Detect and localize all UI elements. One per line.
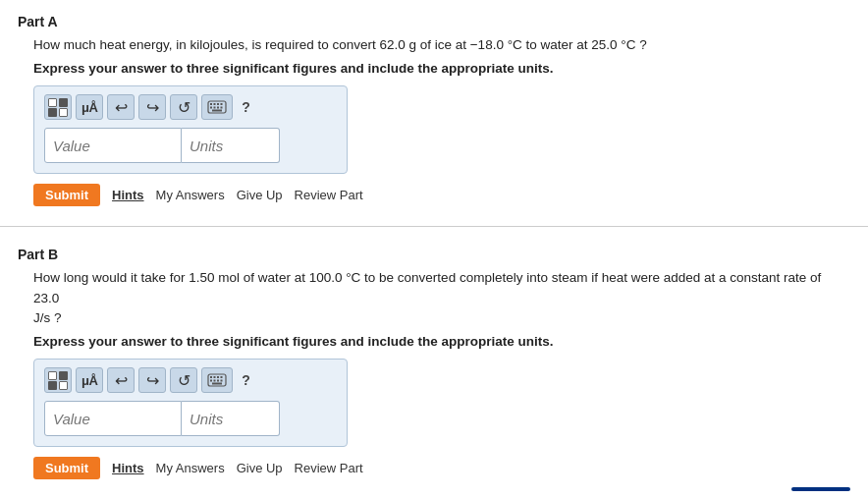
part-b-units-input[interactable]: [182, 401, 280, 436]
svg-rect-19: [212, 383, 222, 385]
svg-rect-13: [217, 376, 219, 378]
part-b-mu-button[interactable]: μÅ: [76, 367, 103, 393]
svg-rect-3: [217, 103, 219, 105]
part-b-superscript-subscript-button[interactable]: [44, 367, 72, 393]
part-b-superscript-icon2: [59, 381, 68, 390]
part-b-give-up-link[interactable]: Give Up: [237, 461, 283, 475]
part-a-review-part-link[interactable]: Review Part: [295, 188, 363, 202]
svg-rect-2: [214, 103, 216, 105]
svg-rect-15: [210, 380, 212, 382]
help-button[interactable]: ?: [237, 96, 255, 118]
svg-rect-12: [214, 376, 216, 378]
superscript-icon2: [59, 108, 68, 117]
part-a-value-input[interactable]: [44, 128, 182, 163]
svg-rect-17: [217, 380, 219, 382]
svg-rect-1: [210, 103, 212, 105]
svg-rect-18: [221, 380, 223, 382]
part-a-give-up-link[interactable]: Give Up: [237, 188, 283, 202]
part-b-answer-box: μÅ ↩ ↪ ↺ ?: [33, 359, 348, 447]
svg-rect-7: [217, 107, 219, 109]
part-a-my-answers-link[interactable]: My Answers: [156, 188, 225, 202]
part-a-input-row: [44, 128, 337, 163]
part-a-submit-button[interactable]: Submit: [33, 184, 100, 206]
part-b-undo-button[interactable]: ↩: [107, 367, 135, 393]
redo-button[interactable]: ↪: [138, 94, 166, 120]
svg-rect-5: [210, 107, 212, 109]
part-a-answer-box: μÅ ↩ ↪ ↺ ?: [33, 85, 348, 174]
part-b-help-button[interactable]: ?: [237, 369, 255, 391]
part-a-section: Part A How much heat energy, in kilojoul…: [0, 0, 868, 220]
mu-button[interactable]: μÅ: [76, 94, 103, 120]
part-b-express: Express your answer to three significant…: [33, 334, 850, 349]
part-b-action-row: Submit Hints My Answers Give Up Review P…: [33, 457, 850, 479]
bottom-progress-bar: [791, 487, 850, 491]
keyboard-button[interactable]: [201, 94, 233, 120]
svg-rect-4: [221, 103, 223, 105]
part-b-keyboard-button[interactable]: [201, 367, 233, 393]
part-b-section: Part B How long would it take for 1.50 m…: [0, 233, 868, 493]
part-a-hints-link[interactable]: Hints: [112, 188, 144, 202]
part-b-value-input[interactable]: [44, 401, 182, 436]
part-b-toolbar: μÅ ↩ ↪ ↺ ?: [44, 367, 337, 393]
undo-button[interactable]: ↩: [107, 94, 135, 120]
part-b-review-part-link[interactable]: Review Part: [295, 461, 363, 475]
part-b-submit-button[interactable]: Submit: [33, 457, 100, 479]
part-a-action-row: Submit Hints My Answers Give Up Review P…: [33, 184, 850, 206]
svg-rect-8: [221, 107, 223, 109]
part-b-reset-button[interactable]: ↺: [170, 367, 197, 393]
svg-rect-16: [214, 380, 216, 382]
keyboard-icon: [207, 100, 227, 114]
part-a-express: Express your answer to three significant…: [33, 61, 850, 76]
part-b-my-answers-link[interactable]: My Answers: [156, 461, 225, 475]
part-b-superscript-icon: [48, 371, 57, 380]
superscript-subscript-button[interactable]: [44, 94, 72, 120]
part-b-keyboard-icon: [207, 373, 227, 387]
svg-rect-14: [221, 376, 223, 378]
part-b-question: How long would it take for 1.50 mol of w…: [33, 268, 850, 328]
svg-rect-6: [214, 107, 216, 109]
superscript-icon: [48, 98, 57, 107]
svg-rect-9: [212, 110, 222, 112]
subscript-icon2: [48, 108, 57, 117]
part-a-toolbar: μÅ ↩ ↪ ↺ ?: [44, 94, 337, 120]
section-divider: [0, 226, 868, 227]
part-b-label: Part B: [18, 247, 850, 262]
reset-button[interactable]: ↺: [170, 94, 197, 120]
part-a-units-input[interactable]: [182, 128, 280, 163]
part-a-label: Part A: [18, 14, 850, 29]
svg-rect-11: [210, 376, 212, 378]
part-a-question: How much heat energy, in kilojoules, is …: [33, 35, 850, 55]
part-b-subscript-icon2: [48, 381, 57, 390]
part-b-hints-link[interactable]: Hints: [112, 461, 144, 475]
part-b-redo-button[interactable]: ↪: [138, 367, 166, 393]
part-b-input-row: [44, 401, 337, 436]
part-b-subscript-icon: [59, 371, 68, 380]
subscript-icon: [59, 98, 68, 107]
